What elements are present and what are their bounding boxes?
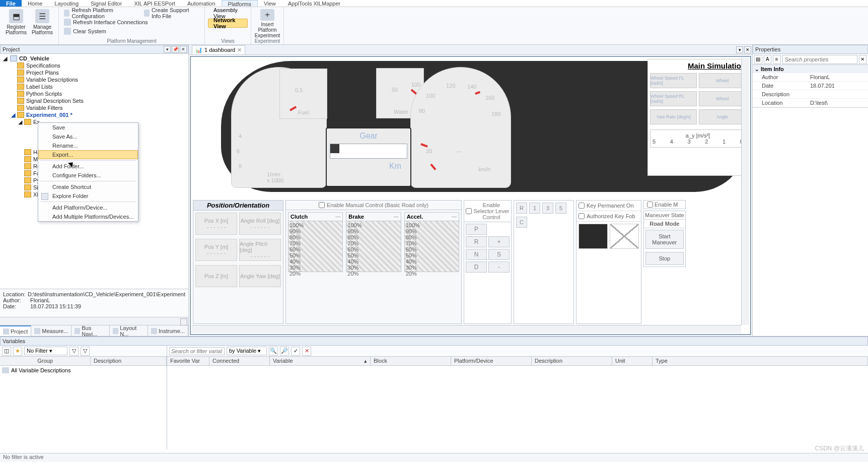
prop-group-item-info[interactable]: Item Info AuthorFlorianL Date18.07.201 D… [753,65,868,108]
col-unit[interactable]: Unit [612,357,653,365]
ctx-add-platform[interactable]: Add Platform/Device... [38,203,138,212]
col-group[interactable]: Group [0,357,91,365]
col-desc[interactable]: Description [91,357,167,365]
brake-pedal[interactable]: Brake---100%90%80%70%60%50%40%30%20% [346,212,401,272]
gear-r2-button[interactable]: R [516,203,527,214]
var-find-icon[interactable]: 🔍 [269,347,278,356]
tree-experiments[interactable]: ◢Experiment_001 * [1,111,187,118]
col-description[interactable]: Description [532,357,612,365]
gear-n-button[interactable]: N [466,249,487,260]
col-platform[interactable]: Platform/Device [451,357,532,365]
tree-root[interactable]: ◢CD_Vehicle [1,55,187,62]
tab-instrument[interactable]: Instrume... [148,325,188,336]
tree-variable-desc[interactable]: Variable Descriptions [1,76,187,83]
menu-automation[interactable]: Automation [181,0,222,7]
tab-measure[interactable]: Measure... [31,325,71,336]
var-clear-icon[interactable]: ✕ [302,347,311,356]
gear-plus-button[interactable]: + [488,236,510,247]
ctx-export[interactable]: Export... [38,150,138,159]
gear-s-button[interactable]: S [488,249,510,260]
tab-dashboard[interactable]: 📊1 dashboard✕ [192,45,245,54]
menu-appltools[interactable]: ApplTools XILMapper [282,0,347,7]
gear-r-button[interactable]: R [466,236,487,247]
gear-c-button[interactable]: C [516,217,527,228]
var-by-dropdown[interactable]: by Variable ▾ [227,347,267,355]
assembly-view-button[interactable]: Assembly View [208,9,248,18]
create-support-info-button[interactable]: Create Support Info File [142,9,201,17]
menu-file[interactable]: File [0,0,22,7]
register-platforms-button[interactable]: ⬒Register Platforms [3,8,29,38]
key-permanent-checkbox[interactable] [578,203,585,209]
doctab-close-icon[interactable]: ✕ [744,46,751,53]
col-type[interactable]: Type [653,357,868,365]
gear-p-button[interactable]: P [466,224,487,235]
ctx-rename[interactable]: Rename... [38,141,138,150]
tab-project[interactable]: Project [0,325,31,336]
start-maneuver-button[interactable]: Start Maneuver [645,230,684,249]
gear-5-button[interactable]: 5 [555,203,566,214]
dashboard-vscroll[interactable] [741,58,749,325]
project-hscroll[interactable] [0,317,188,325]
var-all-descriptions[interactable]: All Variable Descriptions [2,367,165,374]
variables-grid-body[interactable] [167,366,868,449]
prop-cat-icon[interactable]: ▤ [754,55,762,64]
ctx-add-multi-platform[interactable]: Add Multiple Platforms/Devices... [38,212,138,221]
gear-3-button[interactable]: 3 [542,203,553,214]
col-variable[interactable]: Variable ▴ [270,357,371,365]
auth-key-checkbox[interactable] [578,213,585,219]
tab-layout[interactable]: Layout N... [110,325,148,336]
insert-platform-exp-button[interactable]: ＋Insert Platform Experiment [254,8,280,38]
menu-view[interactable]: View [258,0,282,7]
prop-clear-icon[interactable]: ✕ [859,55,867,64]
ctx-create-shortcut[interactable]: Create Shortcut [38,182,138,191]
tab-bus-navi[interactable]: Bus Navi... [71,325,110,336]
tree-specifications[interactable]: Specifications [1,62,187,69]
menu-signal-editor[interactable]: Signal Editor [85,0,128,7]
var-search-input[interactable] [169,347,225,355]
var-check-icon[interactable]: ✓ [291,347,300,356]
col-fav[interactable]: Favorite Var [167,357,209,365]
menu-layouting[interactable]: Layouting [48,0,85,7]
panel-dropdown-icon[interactable]: ▾ [164,46,171,53]
menu-platforms[interactable]: Platforms [222,0,258,7]
col-block[interactable]: Block [371,357,451,365]
ctx-explore-folder[interactable]: Explore Folder [38,191,138,201]
properties-search-input[interactable] [782,55,857,64]
var-star-icon[interactable]: ★ [13,347,22,356]
network-view-button[interactable]: Network View [208,19,248,28]
enable-selector-checkbox[interactable] [466,208,472,214]
col-connected[interactable]: Connected [209,357,270,365]
panel-pin-icon[interactable]: 📌 [172,46,179,53]
ctx-save-as[interactable]: Save As... [38,132,138,141]
gear-d-button[interactable]: D [466,261,487,273]
menu-home[interactable]: Home [22,0,48,7]
stop-maneuver-button[interactable]: Stop [645,252,684,265]
refresh-platform-config-button[interactable]: Refresh Platform Configuration [62,9,136,17]
tree-python-scripts[interactable]: Python Scripts [1,90,187,97]
tree-signal-desc-sets[interactable]: Signal Description Sets [1,97,187,104]
accel-pedal[interactable]: Accel.---100%90%80%70%60%50%40%30%20% [404,212,459,272]
tree-project-plans[interactable]: Project Plans [1,69,187,76]
dashboard-hscroll[interactable] [192,325,741,333]
enable-m-checkbox[interactable] [647,202,653,208]
manage-platforms-button[interactable]: ☰Manage Platforms [29,8,55,38]
gear-1-button[interactable]: 1 [529,203,540,214]
filter-dropdown[interactable]: No Filter ▾ [24,347,67,355]
ctx-add-folder[interactable]: Add Folder... [38,162,138,171]
tree-label-lists[interactable]: Label Lists [1,83,187,90]
close-tab-icon[interactable]: ✕ [237,47,242,53]
var-funnel-icon[interactable]: ▽ [69,347,79,356]
ctx-save[interactable]: Save [38,123,138,132]
refresh-interface-button[interactable]: Refresh Interface Connections [62,18,201,26]
prop-expand-icon[interactable]: ≡ [773,55,781,64]
var-funnel2-icon[interactable]: ▽ [81,347,90,356]
clear-system-button[interactable]: Clear System [62,27,201,35]
var-tree-icon[interactable]: ◫ [2,347,11,356]
gear-minus-button[interactable]: - [488,261,510,273]
prop-sort-icon[interactable]: A [764,55,772,64]
clutch-pedal[interactable]: Clutch---100%90%80%70%60%50%40%30%20% [288,212,343,272]
tree-variable-filters[interactable]: Variable Filters [1,104,187,111]
ctx-configure-folders[interactable]: Configure Folders... [38,171,138,180]
enable-manual-checkbox[interactable] [319,202,325,208]
var-find2-icon[interactable]: 🔎 [280,347,289,356]
